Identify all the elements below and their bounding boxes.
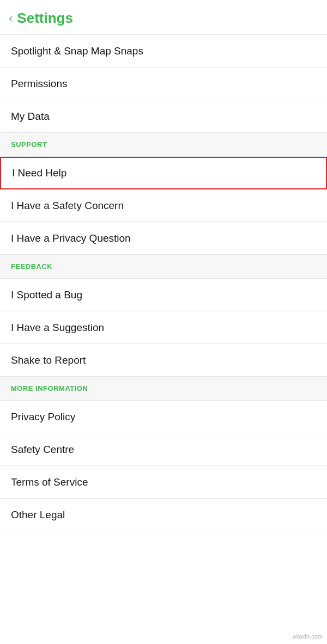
menu-item-safety-centre[interactable]: Safety Centre bbox=[0, 433, 327, 466]
menu-item-i-need-help[interactable]: I Need Help bbox=[0, 157, 327, 189]
menu-item-terms-of-service[interactable]: Terms of Service bbox=[0, 466, 327, 499]
menu-item-privacy-policy[interactable]: Privacy Policy bbox=[0, 401, 327, 433]
page-title: Settings bbox=[17, 10, 73, 27]
menu-item-spotted-bug[interactable]: I Spotted a Bug bbox=[0, 279, 327, 311]
watermark: wsxdn.com bbox=[293, 633, 323, 640]
menu-item-my-data[interactable]: My Data bbox=[0, 100, 327, 133]
menu-item-suggestion[interactable]: I Have a Suggestion bbox=[0, 311, 327, 344]
menu-item-shake-report[interactable]: Shake to Report bbox=[0, 344, 327, 377]
section-header-more-information: MORE INFORMATION bbox=[0, 377, 327, 401]
section-header-support: SUPPORT bbox=[0, 133, 327, 157]
menu-item-privacy-question[interactable]: I Have a Privacy Question bbox=[0, 222, 327, 255]
menu-item-spotlight[interactable]: Spotlight & Snap Map Snaps bbox=[0, 35, 327, 68]
menu-item-other-legal[interactable]: Other Legal bbox=[0, 499, 327, 531]
section-header-feedback: FEEDBACK bbox=[0, 255, 327, 279]
menu-item-permissions[interactable]: Permissions bbox=[0, 68, 327, 100]
menu-item-safety-concern[interactable]: I Have a Safety Concern bbox=[0, 189, 327, 222]
back-button[interactable]: ‹ bbox=[9, 11, 13, 26]
header: ‹ Settings bbox=[0, 0, 327, 34]
